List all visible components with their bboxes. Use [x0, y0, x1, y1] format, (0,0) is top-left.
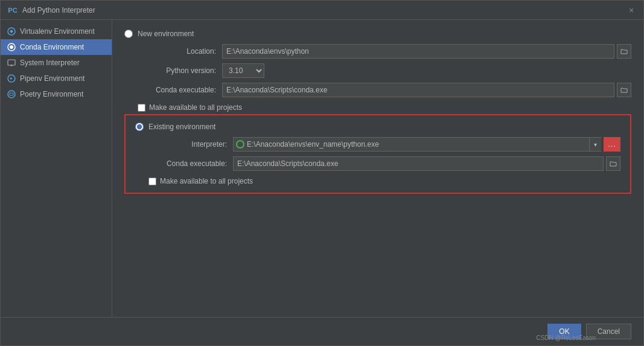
interpreter-input[interactable] — [247, 140, 587, 149]
sidebar-item-poetry-label: Poetry Environment — [20, 90, 83, 98]
existing-environment-section: Existing environment Interpreter: ▾ ... — [124, 114, 631, 194]
location-input[interactable] — [222, 44, 614, 59]
svg-point-2 — [10, 45, 13, 49]
conda-exec-field-existing — [233, 156, 620, 171]
conda-exec-folder-button-new[interactable] — [617, 83, 631, 97]
new-environment-section: New environment Location: Python version… — [124, 30, 631, 112]
sidebar-item-virtualenv-label: Virtualenv Environment — [20, 27, 95, 36]
add-python-interpreter-dialog: PC Add Python Interpreter × Virtualenv E… — [0, 0, 644, 346]
watermark-text: CSDN @ReLesEason — [536, 335, 596, 341]
sidebar-item-system[interactable]: System Interpreter — [1, 55, 112, 71]
system-icon — [7, 58, 16, 68]
poetry-icon — [7, 89, 16, 99]
sidebar-item-conda[interactable]: Conda Environment — [1, 39, 112, 55]
interpreter-ellipsis-button[interactable]: ... — [604, 137, 620, 152]
conda-exec-label-new: Conda executable: — [138, 86, 216, 94]
make-available-new-row: Make available to all projects — [138, 103, 631, 112]
new-environment-label: New environment — [138, 30, 194, 38]
conda-exec-field-new — [222, 83, 631, 97]
conda-icon — [7, 42, 16, 52]
make-available-new-label: Make available to all projects — [149, 103, 242, 112]
sidebar: Virtualenv Environment Conda Environment… — [1, 20, 112, 317]
location-field — [222, 44, 631, 59]
python-version-field: 3.10 3.9 3.8 — [222, 63, 631, 78]
existing-environment-label: Existing environment — [148, 123, 215, 131]
interpreter-dropdown-arrow[interactable]: ▾ — [589, 137, 601, 152]
existing-env-form: Interpreter: ▾ ... Conda executable: — [148, 137, 620, 171]
title-bar: PC Add Python Interpreter × — [1, 1, 643, 20]
existing-environment-radio-row: Existing environment — [135, 123, 620, 131]
make-available-existing-checkbox[interactable] — [148, 178, 156, 185]
sidebar-item-virtualenv[interactable]: Virtualenv Environment — [1, 24, 112, 39]
make-available-existing-row: Make available to all projects — [148, 177, 620, 185]
svg-point-7 — [8, 91, 15, 98]
interpreter-dropdown-wrapper: ▾ — [233, 137, 601, 152]
make-available-existing-label: Make available to all projects — [160, 177, 253, 185]
new-env-form: Location: Python version: 3.10 3.9 3.8 — [138, 44, 631, 97]
sidebar-item-pipenv[interactable]: Pipenv Environment — [1, 71, 112, 86]
interpreter-status-icon — [236, 140, 244, 149]
conda-exec-folder-button-existing[interactable] — [606, 156, 620, 171]
new-environment-radio-row: New environment — [124, 30, 631, 38]
make-available-new-checkbox[interactable] — [138, 104, 145, 112]
title-bar-left: PC Add Python Interpreter — [8, 5, 95, 15]
sidebar-item-pipenv-label: Pipenv Environment — [20, 74, 84, 83]
main-content: New environment Location: Python version… — [112, 20, 643, 317]
dialog-body: Virtualenv Environment Conda Environment… — [1, 20, 643, 317]
sidebar-item-system-label: System Interpreter — [20, 59, 80, 67]
close-button[interactable]: × — [626, 5, 636, 15]
conda-exec-label-existing: Conda executable: — [148, 159, 227, 168]
interpreter-label: Interpreter: — [148, 140, 227, 149]
app-logo-icon: PC — [8, 5, 18, 15]
dialog-title: Add Python Interpreter — [22, 6, 95, 14]
sidebar-item-poetry[interactable]: Poetry Environment — [1, 86, 112, 102]
python-version-label: Python version: — [138, 66, 216, 75]
new-environment-radio[interactable] — [124, 30, 133, 38]
conda-exec-input-new[interactable] — [222, 83, 614, 97]
interpreter-field: ▾ ... — [233, 137, 620, 152]
virtualenv-icon — [7, 27, 16, 36]
pipenv-icon — [7, 74, 16, 83]
python-version-select[interactable]: 3.10 3.9 3.8 — [222, 63, 264, 78]
location-label: Location: — [138, 47, 216, 56]
location-folder-button[interactable] — [617, 44, 631, 59]
existing-environment-radio[interactable] — [135, 123, 144, 131]
conda-exec-input-existing[interactable] — [233, 156, 604, 171]
sidebar-item-conda-label: Conda Environment — [20, 43, 84, 51]
svg-rect-3 — [8, 60, 15, 65]
